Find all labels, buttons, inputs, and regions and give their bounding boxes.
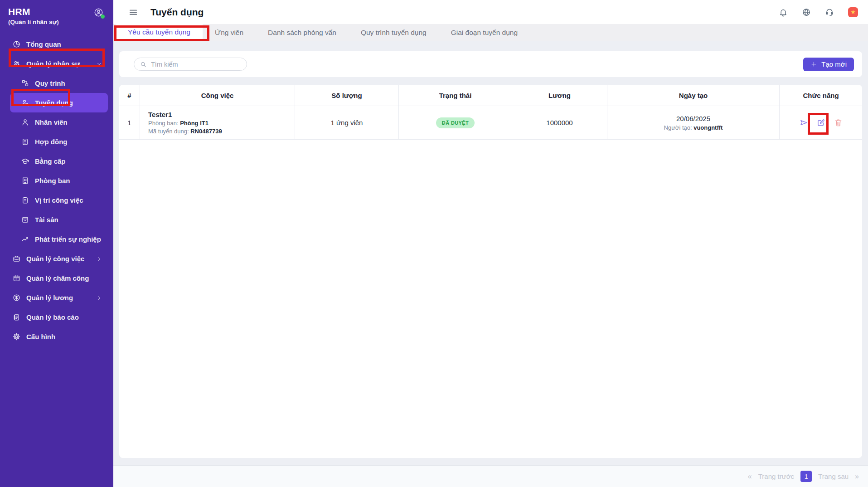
sidebar-item-quy-trinh[interactable]: Quy trình: [0, 73, 113, 93]
sidebar-item-nhan-vien[interactable]: Nhân viên: [0, 112, 113, 132]
trend-icon: [21, 235, 29, 244]
tab-danh-sach-phong-van[interactable]: Danh sách phỏng vấn: [256, 24, 349, 41]
brand-subtitle: (Quản lí nhân sự): [8, 19, 113, 25]
sidebar-item-label: Tuyển dụng: [35, 99, 73, 107]
sidebar-item-label: Nhân viên: [35, 118, 68, 126]
prev-page-link[interactable]: Trang trước: [758, 472, 794, 480]
menu-icon[interactable]: [128, 7, 138, 17]
gear-icon: [12, 332, 21, 341]
tab-yeu-cau-tuyen-dung[interactable]: Yêu cầu tuyển dụng: [116, 24, 203, 41]
tab-giai-doan-tuyen-dung[interactable]: Giai đoạn tuyển dụng: [439, 24, 530, 41]
job-title[interactable]: Tester1: [148, 111, 172, 118]
profile-flag-avatar[interactable]: ★: [848, 7, 858, 17]
search-icon: [140, 61, 147, 68]
create-button-label: Tạo mới: [821, 60, 847, 68]
sidebar-item-label: Quản lý chấm công: [26, 274, 89, 282]
sidebar-nav: Tổng quanQuản lý nhân sựQuy trìnhTuyển d…: [0, 34, 113, 346]
send-button[interactable]: [799, 118, 809, 127]
sidebar-item-label: Quản lý nhân sự: [26, 60, 80, 68]
toolbar-card: Tạo mới: [119, 51, 862, 77]
sidebar-item-label: Phát triển sự nghiệp: [35, 235, 101, 243]
quantity-cell: 1 ứng viên: [295, 106, 399, 139]
clipboard-icon: [21, 196, 29, 205]
footer: « Trang trước 1 Trang sau »: [113, 465, 868, 487]
column-header-ngay-tao: Ngày tạo: [607, 85, 780, 106]
create-button[interactable]: Tạo mới: [803, 58, 854, 71]
column-header-trang-thai: Trạng thái: [399, 85, 512, 106]
sidebar-item-phong-ban[interactable]: Phòng ban: [0, 171, 113, 190]
tab-quy-trinh-tuyen-dung[interactable]: Quy trình tuyển dụng: [349, 24, 439, 41]
date-cell: 20/06/2025Người tạo: vuongntfft: [607, 106, 780, 139]
sidebar-item-label: Tài sản: [35, 216, 58, 224]
content: Tạo mới #Công việcSố lượngTrạng tháiLươn…: [113, 41, 868, 465]
user-avatar-icon[interactable]: [93, 7, 104, 18]
chevron-right-icon: [96, 295, 102, 301]
globe-icon[interactable]: [802, 8, 811, 17]
actions-cell: [780, 106, 862, 139]
column-header-so-luong: Số lượng: [295, 85, 399, 106]
tab-ung-vien[interactable]: Ứng viên: [203, 24, 256, 41]
building-icon: [21, 176, 29, 185]
sidebar-item-quan-ly-cham-cong[interactable]: Quản lý chấm công: [0, 268, 113, 288]
chevron-down-icon: [96, 61, 102, 67]
graduation-icon: [21, 157, 29, 166]
sidebar-item-vi-tri-cong-viec[interactable]: Vị trí công việc: [0, 190, 113, 210]
prev-arrow[interactable]: «: [748, 472, 752, 481]
sidebar-item-label: Quy trình: [35, 79, 65, 87]
report-icon: [12, 313, 21, 321]
status-badge: ĐÃ DUYỆT: [436, 117, 475, 128]
delete-button[interactable]: [834, 118, 843, 127]
contract-icon: [21, 137, 29, 146]
column-header-: #: [119, 85, 140, 106]
plus-icon: [810, 61, 817, 68]
current-page[interactable]: 1: [800, 471, 812, 482]
row-index-cell: 1: [119, 106, 140, 139]
dollar-icon: [12, 293, 21, 302]
search-box: [134, 58, 247, 71]
sidebar-item-quan-ly-bao-cao[interactable]: Quản lý báo cáo: [0, 307, 113, 327]
sidebar-item-label: Cấu hình: [26, 333, 55, 341]
sidebar-item-hop-dong[interactable]: Hợp đồng: [0, 132, 113, 151]
topbar-actions: ★: [779, 7, 858, 17]
sidebar-item-quan-ly-luong[interactable]: Quản lý lương: [0, 288, 113, 307]
sidebar-item-label: Hợp đồng: [35, 138, 67, 146]
person-icon: [21, 118, 29, 127]
sidebar-item-cau-hinh[interactable]: Cấu hình: [0, 327, 113, 346]
edit-button[interactable]: [816, 118, 826, 127]
sidebar-item-quan-ly-nhan-su[interactable]: Quản lý nhân sự: [0, 54, 113, 73]
job-cell: Tester1Phòng ban: Phòng IT1Mã tuyển dụng…: [140, 106, 295, 139]
main-area: Tuyển dụng ★ Yêu cầu tuyển dụngỨng viênD…: [113, 0, 868, 487]
sidebar-item-label: Quản lý lương: [26, 294, 73, 302]
sidebar-item-tuyen-dung[interactable]: Tuyển dụng: [10, 93, 108, 112]
sidebar-item-tong-quan[interactable]: Tổng quan: [0, 34, 113, 54]
column-header-chuc-nang: Chức năng: [780, 85, 862, 106]
search-input[interactable]: [151, 61, 241, 68]
archive-icon: [21, 215, 29, 224]
next-arrow[interactable]: »: [855, 472, 859, 481]
sidebar-item-phat-trien-su-nghiep[interactable]: Phát triển sự nghiệp: [0, 229, 113, 249]
sidebar-item-tai-san[interactable]: Tài sản: [0, 210, 113, 229]
pie-chart-icon: [12, 40, 21, 49]
table-header-row: #Công việcSố lượngTrạng tháiLươngNgày tạ…: [119, 85, 862, 106]
table-card: #Công việcSố lượngTrạng tháiLươngNgày tạ…: [119, 85, 862, 458]
status-cell: ĐÃ DUYỆT: [399, 106, 512, 139]
chevron-right-icon: [96, 256, 102, 262]
sidebar-item-label: Quản lý báo cáo: [26, 313, 79, 321]
topbar: Tuyển dụng ★: [113, 0, 868, 24]
online-status-dot: [101, 15, 105, 19]
created-date: 20/06/2025: [676, 115, 710, 122]
workflow-icon: [21, 79, 29, 88]
sidebar-item-bang-cap[interactable]: Bằng cấp: [0, 151, 113, 171]
job-department: Phòng ban: Phòng IT1: [148, 120, 209, 127]
team-icon: [12, 59, 21, 68]
sidebar-item-quan-ly-cong-viec[interactable]: Quản lý công việc: [0, 249, 113, 268]
job-code: Mã tuyển dụng: RN0487739: [148, 128, 222, 135]
briefcase-icon: [12, 254, 21, 263]
bell-icon[interactable]: [779, 8, 788, 17]
column-header-luong: Lương: [512, 85, 607, 106]
headset-icon[interactable]: [825, 8, 834, 17]
sidebar-item-label: Vị trí công việc: [35, 196, 83, 204]
next-page-link[interactable]: Trang sau: [818, 472, 849, 480]
brand: HRM (Quản lí nhân sự): [0, 0, 113, 25]
pagination: « Trang trước 1 Trang sau »: [748, 471, 859, 482]
